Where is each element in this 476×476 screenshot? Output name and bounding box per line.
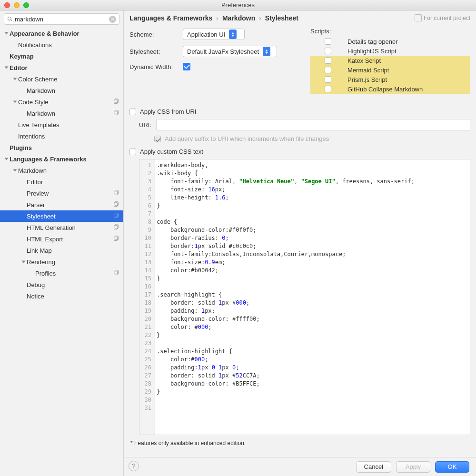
cancel-button[interactable]: Cancel xyxy=(356,461,391,473)
clear-search-icon[interactable]: ✕ xyxy=(109,16,116,23)
tree-item-label: Parser xyxy=(27,201,113,208)
svg-rect-14 xyxy=(114,237,118,241)
chevron-icon[interactable] xyxy=(4,32,8,35)
uri-suffix-checkbox[interactable] xyxy=(154,136,161,142)
tree-item[interactable]: Rendering xyxy=(0,256,123,268)
tree-item-label: Color Scheme xyxy=(18,76,123,83)
chevron-icon[interactable] xyxy=(13,169,17,172)
tree-item[interactable]: Intentions xyxy=(0,130,123,142)
project-scope-hint: For current project xyxy=(416,15,470,21)
tree-item[interactable]: Profiles xyxy=(0,268,123,279)
tree-item[interactable]: Plugins xyxy=(0,142,123,153)
tree-item[interactable]: Color Scheme xyxy=(0,73,123,85)
stylesheet-select[interactable]: Default JavaFx Stylesheet xyxy=(183,46,277,57)
tree-item-label: Stylesheet xyxy=(27,213,113,220)
tree-item[interactable]: HTML Generation xyxy=(0,222,123,233)
tree-item[interactable]: Appearance & Behavior xyxy=(0,28,123,39)
tree-item[interactable]: HTML Export xyxy=(0,233,123,245)
script-checkbox[interactable] xyxy=(325,76,331,83)
script-checkbox[interactable] xyxy=(325,48,331,54)
tree-item-label: Markdown xyxy=(18,167,123,174)
select-arrows-icon xyxy=(229,30,237,39)
scheme-label: Scheme: xyxy=(129,31,183,38)
window-titlebar: Preferences xyxy=(0,0,476,10)
svg-rect-11 xyxy=(115,213,118,217)
main-panel: Languages & Frameworks›Markdown›Styleshe… xyxy=(124,10,476,476)
chevron-icon[interactable] xyxy=(21,261,25,263)
script-row[interactable]: Mermaid Script xyxy=(310,65,470,75)
chevron-icon[interactable] xyxy=(4,158,8,160)
apply-button[interactable]: Apply xyxy=(396,461,430,473)
svg-rect-12 xyxy=(114,226,118,229)
tree-item[interactable]: Markdown xyxy=(0,165,123,176)
chevron-icon[interactable] xyxy=(4,67,8,69)
script-label: GitHub Collapse Markdown xyxy=(347,86,423,93)
tree-item[interactable]: Languages & Frameworks xyxy=(0,153,123,165)
tree-item[interactable]: Editor xyxy=(0,176,123,188)
tree-item[interactable]: Stylesheet xyxy=(0,210,123,222)
apply-css-uri-label: Apply CSS from URI xyxy=(140,108,196,115)
tree-item[interactable]: Editor xyxy=(0,62,123,73)
tree-item-label: Notifications xyxy=(18,41,123,49)
scheme-select[interactable]: Application UI xyxy=(183,29,245,40)
tree-item[interactable]: Live Templates xyxy=(0,119,123,130)
tree-item-label: Debug xyxy=(27,281,123,288)
tree-item-label: HTML Export xyxy=(27,236,113,243)
ok-button[interactable]: OK xyxy=(435,461,469,473)
script-checkbox[interactable] xyxy=(325,67,331,73)
script-label: Mermaid Script xyxy=(347,67,389,74)
tree-item[interactable]: Preview xyxy=(0,188,123,199)
tree-item-label: Markdown xyxy=(27,110,113,117)
script-row[interactable]: Katex Script xyxy=(310,56,470,65)
tree-item-label: Code Style xyxy=(18,99,113,106)
script-row[interactable]: Prism.js Script xyxy=(310,75,470,84)
apply-custom-css-label: Apply custom CSS text xyxy=(140,148,203,155)
tree-item-label: Preview xyxy=(27,190,113,197)
script-label: HighlightJS Script xyxy=(347,48,397,55)
script-checkbox[interactable] xyxy=(325,57,331,64)
tree-item-label: Languages & Frameworks xyxy=(10,156,123,163)
tree-item[interactable]: Markdown xyxy=(0,108,123,119)
uri-label: URI: xyxy=(139,121,151,129)
uri-input[interactable] xyxy=(156,119,470,130)
chevron-icon[interactable] xyxy=(13,78,17,80)
tree-item[interactable]: Markdown xyxy=(0,85,123,96)
project-override-icon xyxy=(113,270,119,277)
script-row[interactable]: HighlightJS Script xyxy=(310,46,470,56)
css-editor[interactable]: 1234567891011121314151617181920212223242… xyxy=(139,159,470,435)
script-checkbox[interactable] xyxy=(325,38,331,45)
svg-rect-17 xyxy=(115,270,118,274)
tree-item[interactable]: Notifications xyxy=(0,39,123,50)
breadcrumb-sep: › xyxy=(259,14,261,22)
preferences-sidebar: markdown ✕ Appearance & BehaviorNotifica… xyxy=(0,10,124,476)
tree-item[interactable]: Debug xyxy=(0,279,123,290)
breadcrumb-sep: › xyxy=(216,14,218,22)
tree-item-label: Appearance & Behavior xyxy=(10,30,123,37)
tree-item-label: Plugins xyxy=(10,144,123,151)
help-button[interactable]: ? xyxy=(129,461,139,471)
apply-css-uri-checkbox[interactable] xyxy=(129,109,136,115)
script-row[interactable]: GitHub Collapse Markdown xyxy=(310,84,470,94)
search-icon xyxy=(7,16,13,22)
dynamic-width-checkbox[interactable] xyxy=(183,63,190,70)
tree-item[interactable]: Code Style xyxy=(0,96,123,108)
chevron-icon[interactable] xyxy=(13,101,17,103)
tree-item-label: Profiles xyxy=(35,270,113,277)
footer-note: * Features only available in enhanced ed… xyxy=(129,435,470,451)
editor-code[interactable]: .markdown-body,.wiki-body { font-family:… xyxy=(155,159,470,435)
project-override-icon xyxy=(113,213,119,219)
svg-rect-3 xyxy=(115,99,118,103)
script-row[interactable]: Details tag opener xyxy=(310,37,470,46)
scripts-list: Details tag openerHighlightJS ScriptKate… xyxy=(310,37,470,94)
script-label: Details tag opener xyxy=(347,38,398,45)
apply-custom-css-checkbox[interactable] xyxy=(129,149,136,155)
scripts-header: Scripts: xyxy=(310,26,470,37)
tree-item-label: Link Map xyxy=(27,247,123,254)
tree-item[interactable]: Link Map xyxy=(0,245,123,256)
window-title: Preferences xyxy=(0,1,476,9)
search-input[interactable]: markdown ✕ xyxy=(4,13,119,25)
script-checkbox[interactable] xyxy=(325,86,331,92)
tree-item[interactable]: Notice xyxy=(0,290,123,302)
tree-item[interactable]: Parser xyxy=(0,199,123,210)
tree-item[interactable]: Keymap xyxy=(0,50,123,62)
